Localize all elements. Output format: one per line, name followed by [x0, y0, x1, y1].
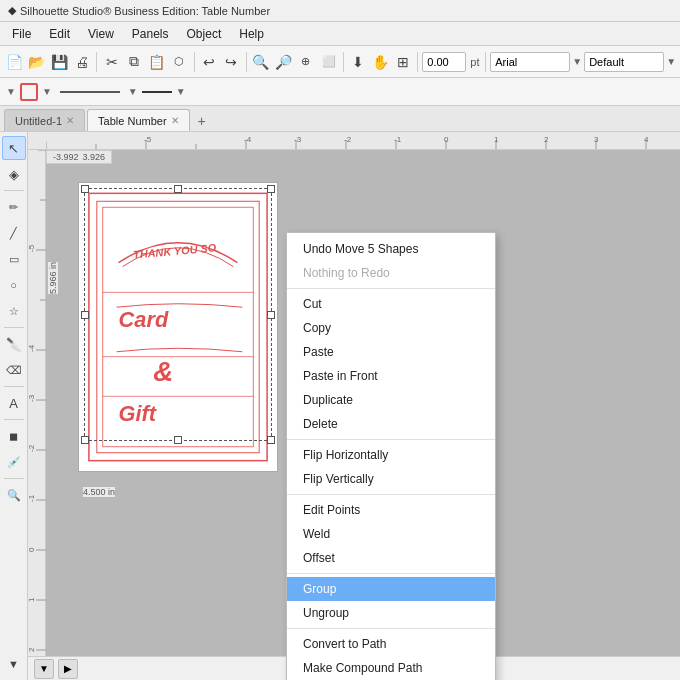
paste-button[interactable]: 📋 — [146, 49, 167, 75]
svg-text:0: 0 — [28, 547, 36, 552]
eyedropper-tool[interactable]: 💉 — [2, 450, 26, 474]
ctx-item-weld[interactable]: Weld — [287, 522, 495, 546]
cut-button[interactable]: ✂ — [101, 49, 122, 75]
shape-dropdown-arrow[interactable]: ▼ — [6, 86, 16, 97]
paste-special-button[interactable]: ⬡ — [169, 49, 190, 75]
new-button[interactable]: 📄 — [4, 49, 25, 75]
fill-color-swatch[interactable] — [20, 83, 38, 101]
ctx-item-paste-in-front[interactable]: Paste in Front — [287, 364, 495, 388]
hand-tool-button[interactable]: ✋ — [370, 49, 391, 75]
zoom-in-button[interactable]: ⊕ — [296, 49, 317, 75]
svg-text:-5: -5 — [28, 244, 36, 252]
pt-value-input[interactable] — [422, 52, 466, 72]
tab-untitled-label: Untitled-1 — [15, 115, 62, 127]
ctx-item-offset[interactable]: Offset — [287, 546, 495, 570]
sep2 — [194, 52, 195, 72]
line-dropdown-arrow[interactable]: ▼ — [128, 86, 138, 97]
tab-bar: Untitled-1 ✕ Table Number ✕ + — [0, 106, 680, 132]
ctx-item-make-compound-path[interactable]: Make Compound Path — [287, 656, 495, 680]
app-title: Silhouette Studio® Business Edition: Tab… — [20, 5, 270, 17]
tab-untitled-close[interactable]: ✕ — [66, 115, 74, 126]
ruler-left-svg: -5 -4 -3 -2 -1 0 1 2 — [28, 150, 46, 680]
font-default-input[interactable] — [584, 52, 664, 72]
menu-view[interactable]: View — [80, 25, 122, 43]
linestyle-dropdown-arrow[interactable]: ▼ — [176, 86, 186, 97]
fill-dropdown-arrow[interactable]: ▼ — [42, 86, 52, 97]
ctx-item-cut[interactable]: Cut — [287, 292, 495, 316]
eraser-tool[interactable]: ⌫ — [2, 358, 26, 382]
ellipse-tool[interactable]: ○ — [2, 273, 26, 297]
font-name-input[interactable] — [490, 52, 570, 72]
line-thickness-slider[interactable] — [60, 91, 120, 93]
ctx-item-convert-to-path[interactable]: Convert to Path — [287, 632, 495, 656]
menu-edit[interactable]: Edit — [41, 25, 78, 43]
scroll-right-btn[interactable]: ▶ — [58, 659, 78, 679]
save-button[interactable]: 💾 — [49, 49, 70, 75]
tab-untitled[interactable]: Untitled-1 ✕ — [4, 109, 85, 131]
title-bar: ◆ Silhouette Studio® Business Edition: T… — [0, 0, 680, 22]
knife-tool[interactable]: 🔪 — [2, 332, 26, 356]
context-menu: Undo Move 5 ShapesNothing to RedoCutCopy… — [286, 232, 496, 680]
star-tool[interactable]: ☆ — [2, 299, 26, 323]
svg-text:THANK YOU SO: THANK YOU SO — [133, 241, 217, 260]
context-menu-separator — [287, 288, 495, 289]
ctx-item-group[interactable]: Group — [287, 577, 495, 601]
ctx-item-ungroup[interactable]: Ungroup — [287, 601, 495, 625]
rect-tool[interactable]: ▭ — [2, 247, 26, 271]
svg-text:0: 0 — [444, 135, 449, 144]
line-tool[interactable]: ╱ — [2, 221, 26, 245]
svg-text:1: 1 — [28, 597, 36, 602]
ctx-item-edit-points[interactable]: Edit Points — [287, 498, 495, 522]
add-page-button[interactable]: ⊞ — [393, 49, 414, 75]
open-button[interactable]: 📂 — [27, 49, 48, 75]
ctx-item-delete[interactable]: Delete — [287, 412, 495, 436]
canvas-area[interactable]: -5 -4 -3 -2 -1 0 1 2 3 4 — [28, 132, 680, 680]
ctx-item-nothing-to-redo: Nothing to Redo — [287, 261, 495, 285]
svg-text:Gift: Gift — [119, 401, 157, 426]
menu-object[interactable]: Object — [179, 25, 230, 43]
tab-table-number-close[interactable]: ✕ — [171, 115, 179, 126]
scroll-page-down[interactable]: ▼ — [2, 652, 26, 676]
ctx-item-undo-move-5-shapes[interactable]: Undo Move 5 Shapes — [287, 237, 495, 261]
left-toolbar: ↖ ◈ ✏ ╱ ▭ ○ ☆ 🔪 ⌫ A ◼ 💉 🔍 ▼ — [0, 132, 28, 680]
select-tool[interactable]: ↖ — [2, 136, 26, 160]
svg-text:-4: -4 — [28, 344, 36, 352]
zoom-tool[interactable]: 🔍 — [2, 483, 26, 507]
svg-text:&: & — [153, 356, 173, 387]
default-dropdown-icon[interactable]: ▼ — [666, 56, 676, 67]
ctx-item-copy[interactable]: Copy — [287, 316, 495, 340]
tab-table-number[interactable]: Table Number ✕ — [87, 109, 189, 131]
svg-text:2: 2 — [28, 647, 36, 652]
sep5 — [417, 52, 418, 72]
scroll-down-btn[interactable]: ▼ — [34, 659, 54, 679]
svg-text:1: 1 — [494, 135, 499, 144]
fill-tool[interactable]: ◼ — [2, 424, 26, 448]
pencil-tool[interactable]: ✏ — [2, 195, 26, 219]
height-label: 5.966 in — [48, 262, 58, 294]
zoom-box-button[interactable]: ⬜ — [318, 49, 339, 75]
scroll-down-button[interactable]: ⬇ — [348, 49, 369, 75]
menu-file[interactable]: File — [4, 25, 39, 43]
left-sep5 — [4, 478, 24, 479]
left-sep2 — [4, 327, 24, 328]
ctx-item-flip-horizontally[interactable]: Flip Horizontally — [287, 443, 495, 467]
svg-rect-25 — [89, 193, 267, 460]
ctx-item-paste[interactable]: Paste — [287, 340, 495, 364]
ctx-item-flip-vertically[interactable]: Flip Vertically — [287, 467, 495, 491]
context-menu-separator — [287, 439, 495, 440]
menu-help[interactable]: Help — [231, 25, 272, 43]
zoom-out-button[interactable]: 🔎 — [273, 49, 294, 75]
copy-button[interactable]: ⧉ — [124, 49, 145, 75]
print-button[interactable]: 🖨 — [72, 49, 93, 75]
ruler-top-svg: -5 -4 -3 -2 -1 0 1 2 3 4 — [46, 132, 680, 150]
node-tool[interactable]: ◈ — [2, 162, 26, 186]
zoom-fit-button[interactable]: 🔍 — [250, 49, 271, 75]
font-dropdown-icon[interactable]: ▼ — [572, 56, 582, 67]
undo-button[interactable]: ↩ — [198, 49, 219, 75]
svg-text:Card: Card — [119, 307, 169, 332]
redo-button[interactable]: ↪ — [221, 49, 242, 75]
text-tool[interactable]: A — [2, 391, 26, 415]
menu-panels[interactable]: Panels — [124, 25, 177, 43]
add-tab-button[interactable]: + — [192, 111, 212, 131]
ctx-item-duplicate[interactable]: Duplicate — [287, 388, 495, 412]
